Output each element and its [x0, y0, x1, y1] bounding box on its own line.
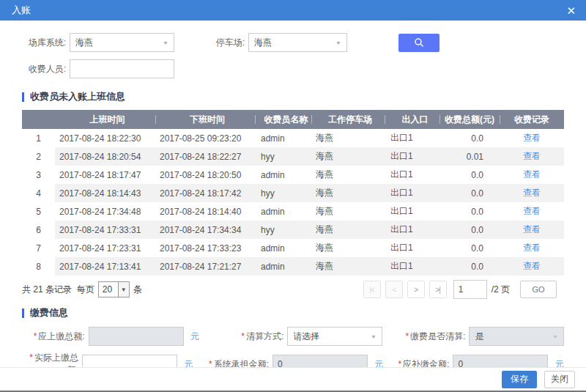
row-number: 8: [22, 257, 55, 275]
header-amount: 收费总额(元): [440, 110, 500, 129]
table-header-row: 上班时间 下班时间 收费员名称 工作停车场 出入口 收费总额(元) 收费记录: [22, 110, 564, 129]
parking-lot-value: 海燕: [254, 37, 272, 49]
cell-collector: admin: [255, 129, 311, 147]
settle-method-select[interactable]: 请选择 ▼: [287, 327, 382, 346]
first-page-button[interactable]: |<: [363, 281, 381, 298]
row-number: 6: [22, 221, 55, 239]
cell-lot: 海燕: [311, 129, 385, 147]
unposted-section-label: 收费员未入账上班信息: [30, 90, 125, 103]
parking-lot-select[interactable]: 海燕 ▼: [248, 33, 347, 52]
header-end-time: 下班时间: [155, 110, 255, 129]
cell-amount: 0.0: [440, 202, 500, 221]
cell-collector: admin: [255, 202, 311, 221]
settle-method-label: *清算方式:: [211, 330, 284, 343]
view-record-link[interactable]: 查看: [523, 150, 541, 163]
cell-amount: 0.0: [440, 221, 500, 239]
toll-collector-input[interactable]: [70, 59, 174, 78]
cell-collector: hyy: [255, 147, 311, 166]
chevron-down-icon: ▼: [118, 282, 129, 297]
parking-lot-label: 停车场:: [211, 37, 245, 49]
is-settled-value: 是: [475, 330, 483, 343]
unposted-section-title: 收费员未入账上班信息: [22, 90, 564, 103]
cell-end-time: 2017-08-24 17:33:23: [155, 239, 255, 257]
required-mark: *: [241, 331, 245, 341]
due-total-input: [89, 327, 184, 346]
required-mark: *: [34, 331, 37, 341]
cell-end-time: 2017-08-24 18:22:27: [155, 147, 255, 166]
is-settled-label: *缴费是否清算:: [385, 330, 466, 343]
row-number: 7: [22, 239, 55, 257]
filter-row-1: 场库系统: 海燕 ▼ 停车场: 海燕 ▼: [22, 33, 564, 52]
per-page-select[interactable]: 20 ▼: [98, 281, 130, 297]
next-page-button[interactable]: >: [407, 281, 425, 298]
cell-start-time: 2017-08-24 18:20:54: [55, 147, 155, 166]
view-record-link[interactable]: 查看: [523, 260, 541, 273]
total-count: 21: [33, 284, 42, 295]
table-row: 4 2017-08-24 18:14:43 2017-08-24 18:17:4…: [22, 184, 564, 202]
venue-system-select[interactable]: 海燕 ▼: [70, 33, 174, 52]
page-nav: |< < > >| /2 页 GO: [359, 280, 564, 299]
table-row: 2 2017-08-24 18:20:54 2017-08-24 18:22:2…: [22, 147, 564, 166]
venue-system-value: 海燕: [75, 37, 93, 49]
toll-collector-label: 收费人员:: [22, 63, 66, 75]
cell-collector: admin: [255, 166, 311, 184]
cell-collector: hyy: [255, 184, 311, 202]
per-page-suffix: 条: [133, 284, 142, 296]
row-number: 5: [22, 202, 55, 221]
cell-end-time: 2017-08-24 18:17:42: [155, 184, 255, 202]
header-lot: 工作停车场: [311, 110, 385, 129]
cell-lot: 海燕: [311, 166, 385, 184]
settle-method-value: 请选择: [293, 330, 319, 343]
chevron-down-icon: ▼: [335, 40, 341, 45]
row-number: 1: [22, 129, 55, 147]
cell-lot: 海燕: [311, 257, 385, 275]
page-number-input[interactable]: [453, 280, 487, 299]
row-number: 2: [22, 147, 55, 166]
row-number: 4: [22, 184, 55, 202]
table-row: 1 2017-08-24 18:22:30 2017-08-25 09:23:2…: [22, 129, 564, 147]
table-row: 8 2017-08-24 17:13:41 2017-08-24 17:21:2…: [22, 257, 564, 275]
view-record-link[interactable]: 查看: [523, 242, 541, 254]
cell-gate: 出口1: [385, 147, 440, 166]
close-button[interactable]: 关闭: [544, 371, 575, 388]
row-number: 3: [22, 166, 55, 184]
close-icon[interactable]: ✕: [566, 5, 576, 16]
total-prefix: 共: [22, 284, 31, 296]
header-start-time: 上班时间: [55, 110, 155, 129]
venue-system-label: 场库系统:: [22, 37, 66, 49]
save-button[interactable]: 保存: [502, 371, 537, 388]
section-bar: [22, 308, 24, 318]
per-page-value: 20: [99, 282, 118, 297]
dialog-title: 入账: [12, 4, 31, 17]
cell-end-time: 2017-08-24 18:20:50: [155, 166, 255, 184]
table-row: 7 2017-08-24 17:23:31 2017-08-24 17:33:2…: [22, 239, 564, 257]
per-page-label: 每页: [77, 284, 94, 296]
header-row-number: [22, 110, 55, 129]
view-record-link[interactable]: 查看: [523, 187, 541, 199]
search-button[interactable]: [398, 34, 440, 52]
cell-amount: 0.0: [440, 184, 500, 202]
cell-amount: 0.0: [440, 257, 500, 275]
cell-amount: 0.0: [440, 166, 500, 184]
cell-gate: 出口1: [385, 221, 440, 239]
view-record-link[interactable]: 查看: [523, 223, 541, 236]
page-total-label: /2 页: [492, 284, 510, 296]
header-collector: 收费员名称: [255, 110, 311, 129]
prev-page-button[interactable]: <: [385, 281, 403, 298]
view-record-link[interactable]: 查看: [523, 169, 541, 181]
table-row: 5 2017-08-24 17:34:48 2017-08-24 18:14:4…: [22, 202, 564, 221]
view-record-link[interactable]: 查看: [523, 132, 541, 144]
cell-start-time: 2017-08-24 18:22:30: [55, 129, 155, 147]
is-settled-select: 是 ▼: [469, 327, 564, 346]
cell-collector: admin: [255, 239, 311, 257]
required-mark: *: [29, 352, 33, 363]
pagination-bar: 共 21 条记录 每页 20 ▼ 条 |< < > >| /2 页 GO: [22, 280, 564, 299]
cell-gate: 出口1: [385, 202, 440, 221]
last-page-button[interactable]: >|: [429, 281, 447, 298]
go-button[interactable]: GO: [520, 281, 557, 298]
cell-start-time: 2017-08-24 17:33:31: [55, 221, 155, 239]
view-record-link[interactable]: 查看: [523, 205, 541, 218]
chevron-down-icon: ▼: [163, 40, 168, 45]
filter-row-2: 收费人员:: [22, 59, 564, 78]
table-row: 3 2017-08-24 18:17:47 2017-08-24 18:20:5…: [22, 166, 564, 184]
